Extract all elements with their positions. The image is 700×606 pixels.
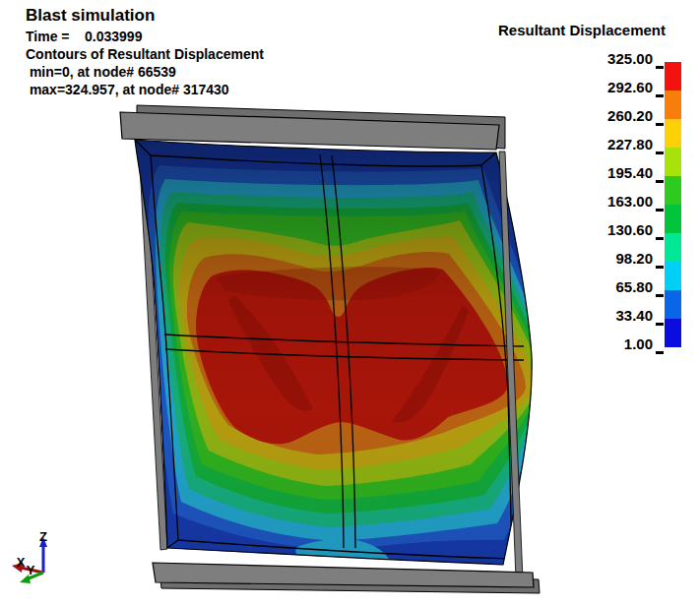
plot-title: Blast simulation (26, 7, 155, 24)
bottom-rail-front (153, 563, 534, 587)
x-axis-label: X (17, 555, 26, 570)
z-axis-label: Z (39, 529, 47, 544)
y-axis-label: Y (27, 563, 35, 577)
min-value-label: min=0, at node# 66539 (26, 65, 176, 79)
contour-type-label: Contours of Resultant Displacement (26, 47, 264, 61)
viewport: X Y Z Blast simulation Time = 0.033999 C… (0, 0, 700, 606)
time-readout: Time = 0.033999 (26, 30, 142, 43)
axis-triad: X Y Z (12, 529, 47, 583)
max-value-label: max=324.957, at node# 317430 (26, 83, 229, 96)
contour-panel (98, 98, 561, 600)
